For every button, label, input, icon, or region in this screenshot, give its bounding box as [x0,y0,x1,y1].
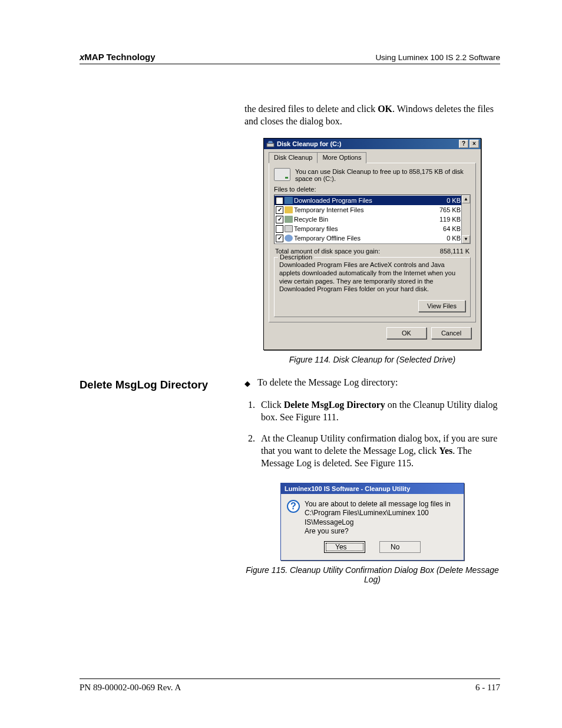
files-to-delete-label: Files to delete: [274,186,471,193]
checkbox[interactable] [276,225,283,233]
description-groupbox: Description Downloaded Program Files are… [274,257,471,317]
list-item[interactable]: Temporary Internet Files 765 KB [275,205,470,215]
recycle-bin-icon [285,216,293,223]
checkbox[interactable] [276,235,283,242]
list-item[interactable]: Downloaded Program Files 0 KB [275,196,470,205]
tab-disk-cleanup[interactable]: Disk Cleanup [269,152,318,163]
help-button[interactable]: ? [459,140,468,148]
document-icon [285,225,293,232]
figure-114: Disk Cleanup for (C:) ? × Disk Cleanup M… [244,138,500,350]
figure-115: Luminex100 IS Software - Cleanup Utility… [244,483,500,561]
list-item[interactable]: Temporary Offline Files 0 KB [275,233,470,243]
section-heading: Delete MsgLog Directory [80,377,227,391]
no-button[interactable]: No [379,541,421,553]
running-header: xMAP Technology Using Luminex 100 IS 2.2… [80,52,500,64]
header-left: xMAP Technology [80,52,156,62]
step-2: At the Cleanup Utility confirmation dial… [257,432,500,470]
close-button[interactable]: × [470,140,479,148]
cancel-button[interactable]: Cancel [431,327,471,339]
confirm-title: Luminex100 IS Software - Cleanup Utility [281,483,464,494]
item-name: Temporary Offline Files [294,235,430,242]
tab-more-options[interactable]: More Options [317,152,366,163]
checkbox[interactable] [276,206,283,214]
yes-button[interactable]: Yes [324,541,365,553]
confirm-line2: C:\Program Files\Luminex\Luminex 100 IS\… [305,509,458,527]
item-name: Temporary files [294,225,430,232]
step1-a: Click [261,400,284,410]
footer-right: 6 - 117 [475,683,500,693]
checkbox[interactable] [276,216,283,223]
scroll-up-button[interactable]: ▲ [462,195,470,203]
item-size: 0 KB [430,197,461,204]
cleanup-intro-text: You can use Disk Cleanup to free up to 8… [295,168,471,182]
tab-strip: Disk Cleanup More Options [269,151,476,163]
description-legend: Description [278,253,314,261]
intro-bold: OK [378,104,392,114]
item-size: 765 KB [430,206,461,213]
list-item[interactable]: Temporary files 64 KB [275,224,470,233]
disk-cleanup-icon [266,140,275,148]
item-size: 64 KB [430,225,461,232]
page-footer: PN 89-00002-00-069 Rev. A 6 - 117 [80,678,500,693]
drive-icon [274,168,290,181]
checkbox[interactable] [276,197,283,205]
item-size: 0 KB [430,235,461,242]
list-item[interactable]: Recycle Bin 119 KB [275,215,470,224]
item-name: Temporary Internet Files [294,206,430,213]
file-list[interactable]: Downloaded Program Files 0 KB Temporary … [274,195,471,244]
bullet-text: To delete the Message Log directory: [257,377,398,388]
question-icon: ? [287,500,300,513]
item-name: Recycle Bin [294,216,430,223]
header-left-rest: MAP Technology [84,52,155,62]
item-size: 119 KB [430,216,461,223]
numbered-steps: Click Delete MsgLog Directory on the Cle… [244,398,500,469]
item-name: Downloaded Program Files [294,197,430,204]
scroll-down-button[interactable]: ▼ [462,235,470,243]
header-right: Using Luminex 100 IS 2.2 Software [375,53,500,62]
footer-left: PN 89-00002-00-069 Rev. A [80,683,181,693]
step1-bold: Delete MsgLog Directory [284,400,385,410]
intro-bullet: ◆ To delete the Message Log directory: [244,377,500,390]
total-value: 858,111 K [440,248,470,255]
diamond-bullet-icon: ◆ [244,377,250,390]
lock-icon [285,206,293,213]
figure-115-caption: Figure 115. Cleanup Utility Confirmation… [244,565,500,584]
view-files-button[interactable]: View Files [418,300,465,312]
confirm-line1: You are about to delete all message log … [305,500,458,509]
confirm-line3: Are you sure? [305,527,458,536]
dialog-title: Disk Cleanup for (C:) [277,140,341,147]
ok-button[interactable]: OK [386,327,427,339]
confirm-dialog: Luminex100 IS Software - Cleanup Utility… [280,483,464,561]
intro-paragraph: the desired files to delete and click OK… [244,103,500,127]
figure-114-caption: Figure 114. Disk Cleanup for (Selected D… [244,355,500,364]
folder-icon [285,197,293,204]
step2-bold: Yes [439,446,452,456]
dialog-titlebar: Disk Cleanup for (C:) ? × [264,139,481,149]
step-1: Click Delete MsgLog Directory on the Cle… [257,398,500,424]
scrollbar[interactable]: ▲ ▼ [461,195,470,243]
intro-a: the desired files to delete and click [244,104,378,114]
confirm-message: You are about to delete all message log … [305,500,458,536]
svg-rect-0 [267,143,274,147]
disk-cleanup-dialog: Disk Cleanup for (C:) ? × Disk Cleanup M… [263,138,481,350]
description-text: Downloaded Program Files are ActiveX con… [279,261,465,295]
tab-panel: You can use Disk Cleanup to free up to 8… [269,163,476,322]
globe-icon [285,235,293,242]
